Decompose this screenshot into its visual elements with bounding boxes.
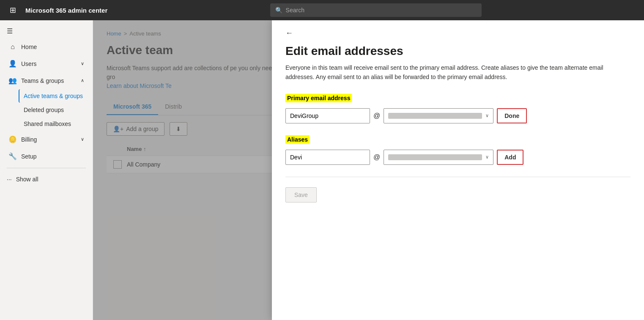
- sidebar-item-setup[interactable]: 🔧 Setup: [2, 148, 91, 164]
- panel-title: Edit email addresses: [285, 44, 630, 58]
- edit-email-panel: ← Edit email addresses Everyone in this …: [272, 20, 644, 320]
- sidebar-show-all[interactable]: ··· Show all: [0, 172, 93, 187]
- sidebar-sub-item-active-teams[interactable]: Active teams & groups: [19, 89, 89, 103]
- alias-domain-chevron-icon: ∨: [485, 154, 489, 160]
- primary-email-row: @ xxxxxxxxxxxxxxx.onmicrosoft.c... ∨ Don…: [285, 108, 630, 123]
- teams-groups-sub-menu: Active teams & groups Deleted groups Sha…: [0, 89, 93, 131]
- panel-divider: [285, 177, 630, 177]
- home-icon: ⌂: [8, 43, 17, 51]
- primary-email-section: Primary email address @ xxxxxxxxxxxxxxx.…: [285, 94, 630, 123]
- sidebar-item-users[interactable]: 👤 Users ∨: [2, 55, 91, 72]
- billing-chevron-icon: ∨: [81, 137, 84, 142]
- topbar: ⊞ Microsoft 365 admin center 🔍: [0, 0, 644, 20]
- users-icon: 👤: [8, 60, 17, 68]
- deleted-groups-label: Deleted groups: [24, 107, 64, 113]
- save-button[interactable]: Save: [285, 187, 317, 202]
- alias-email-row: @ xxxxxxxxxxxxxxx.onmicrosoft.c... ∨ Add: [285, 150, 630, 165]
- billing-icon: 🪙: [8, 135, 17, 143]
- done-button[interactable]: Done: [497, 108, 527, 123]
- alias-domain-dropdown[interactable]: xxxxxxxxxxxxxxx.onmicrosoft.c... ∨: [384, 150, 493, 165]
- sidebar-item-users-label: Users: [21, 60, 37, 67]
- sidebar-item-home[interactable]: ⌂ Home: [2, 39, 91, 55]
- sidebar-item-setup-label: Setup: [21, 153, 37, 160]
- at-sign-primary: @: [373, 112, 380, 120]
- teams-groups-icon: 👥: [8, 77, 17, 85]
- sidebar-item-home-label: Home: [21, 44, 37, 50]
- sidebar-item-teams-groups-label: Teams & groups: [21, 77, 64, 84]
- primary-domain-dropdown[interactable]: xxxxxxxxxxxxxxx.onmicrosoft.c... ∨: [384, 108, 493, 123]
- app-title: Microsoft 365 admin center: [25, 7, 107, 14]
- content-area: Home > Active teams Active team Microsof…: [93, 20, 644, 320]
- aliases-section-label: Aliases: [285, 135, 310, 144]
- sidebar-sub-item-deleted-groups[interactable]: Deleted groups: [19, 103, 89, 117]
- sidebar-divider: [7, 168, 86, 168]
- shared-mailboxes-label: Shared mailboxes: [24, 120, 71, 127]
- sidebar-item-teams-groups[interactable]: 👥 Teams & groups ∧: [2, 72, 91, 89]
- ellipsis-icon: ···: [7, 176, 12, 183]
- teams-groups-chevron-icon: ∧: [81, 78, 84, 83]
- primary-section-label: Primary email address: [285, 94, 352, 102]
- main-layout: ☰ ⌂ Home 👤 Users ∨ 👥 Teams & groups ∧ Ac…: [0, 20, 644, 320]
- panel-description: Everyone in this team will receive email…: [285, 63, 630, 82]
- primary-domain-chevron-icon: ∨: [485, 113, 489, 118]
- hamburger-icon[interactable]: ☰: [0, 24, 93, 38]
- alias-domain-text: xxxxxxxxxxxxxxx.onmicrosoft.c...: [388, 154, 482, 160]
- primary-domain-text: xxxxxxxxxxxxxxx.onmicrosoft.c...: [388, 113, 482, 119]
- sidebar-item-billing[interactable]: 🪙 Billing ∨: [2, 131, 91, 148]
- setup-icon: 🔧: [8, 152, 17, 160]
- aliases-section: Aliases @ xxxxxxxxxxxxxxx.onmicrosoft.c.…: [285, 135, 630, 165]
- sidebar-sub-item-shared-mailboxes[interactable]: Shared mailboxes: [19, 117, 89, 131]
- add-button[interactable]: Add: [497, 150, 523, 165]
- show-all-label: Show all: [16, 176, 38, 183]
- panel-header: ← Edit email addresses Everyone in this …: [272, 20, 644, 94]
- at-sign-alias: @: [373, 153, 380, 161]
- users-chevron-icon: ∨: [81, 61, 84, 66]
- alias-email-input[interactable]: [285, 150, 370, 165]
- panel-body: Primary email address @ xxxxxxxxxxxxxxx.…: [272, 94, 644, 216]
- sidebar-item-billing-label: Billing: [21, 136, 37, 143]
- search-icon: 🔍: [275, 7, 282, 14]
- waffle-icon[interactable]: ⊞: [7, 4, 19, 16]
- primary-email-input[interactable]: [285, 108, 370, 123]
- back-button[interactable]: ←: [285, 29, 293, 38]
- active-teams-label: Active teams & groups: [24, 93, 83, 99]
- search-bar[interactable]: 🔍: [270, 3, 482, 17]
- sidebar: ☰ ⌂ Home 👤 Users ∨ 👥 Teams & groups ∧ Ac…: [0, 20, 93, 320]
- search-input[interactable]: [286, 7, 477, 14]
